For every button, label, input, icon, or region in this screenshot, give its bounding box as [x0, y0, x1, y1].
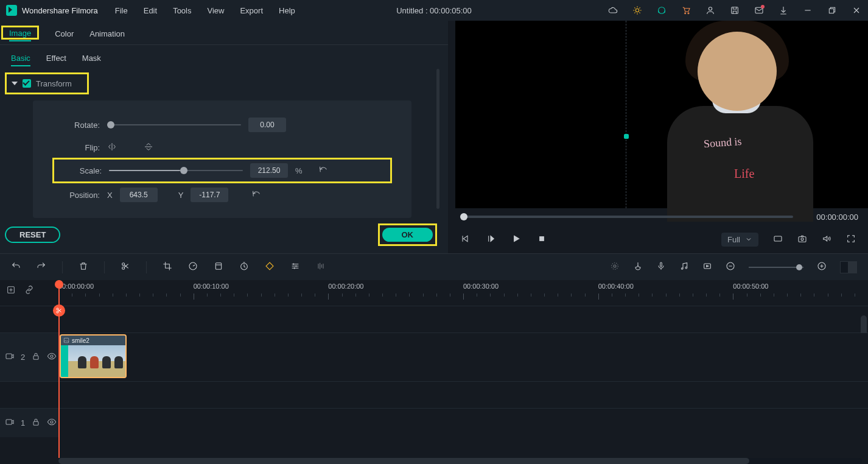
download-icon[interactable]: [778, 5, 789, 16]
scale-value[interactable]: 212.50: [250, 163, 288, 178]
panel-scrollbar[interactable]: [436, 69, 439, 209]
audio-mix-icon[interactable]: [316, 261, 326, 273]
highlight-box: Scale: 212.50 %: [52, 158, 392, 183]
track-label: 2: [21, 353, 25, 362]
audio-sync-icon[interactable]: [679, 261, 689, 273]
clip-effect-badge: [61, 345, 68, 378]
tab-color[interactable]: Color: [55, 27, 74, 41]
color-match-icon[interactable]: [214, 261, 223, 273]
transform-checkbox[interactable]: [23, 79, 31, 88]
tab-mask[interactable]: Mask: [82, 51, 101, 66]
stop-icon[interactable]: [537, 234, 547, 245]
window-restore-icon[interactable]: [827, 5, 838, 16]
tab-animation[interactable]: Animation: [89, 27, 125, 41]
menu-view[interactable]: View: [207, 6, 224, 15]
ok-button[interactable]: OK: [382, 228, 433, 242]
keyframe-icon[interactable]: [265, 261, 275, 273]
redo-icon[interactable]: [37, 261, 46, 273]
position-label: Position:: [57, 191, 100, 200]
preview-canvas[interactable]: Sound is Life: [455, 21, 868, 208]
adjust-icon[interactable]: [290, 261, 300, 273]
zoom-slider[interactable]: [749, 267, 803, 268]
track-lock-icon[interactable]: [31, 417, 41, 429]
flip-vertical-icon[interactable]: [144, 142, 153, 153]
position-x-value[interactable]: 643.5: [120, 188, 158, 202]
playhead[interactable]: [58, 280, 60, 458]
ruler-label: 00:00:10:00: [194, 283, 229, 290]
tab-basic[interactable]: Basic: [11, 51, 30, 66]
menu-help[interactable]: Help: [279, 6, 295, 15]
track-visibility-icon[interactable]: [47, 417, 57, 429]
menu-tools[interactable]: Tools: [173, 6, 191, 15]
playhead-split-icon[interactable]: [53, 304, 65, 317]
svg-point-4: [709, 7, 712, 10]
scale-slider[interactable]: [109, 170, 243, 171]
add-track-icon[interactable]: [6, 285, 16, 297]
speed-icon[interactable]: [188, 261, 198, 273]
duration-icon[interactable]: [239, 261, 249, 273]
scale-unit: %: [295, 166, 311, 175]
idea-icon[interactable]: [632, 5, 643, 16]
preview-scrubber[interactable]: [460, 216, 793, 218]
svg-point-2: [685, 13, 686, 14]
rotate-slider[interactable]: [107, 124, 241, 125]
track-lock-icon[interactable]: [31, 351, 41, 363]
svg-rect-10: [799, 236, 806, 242]
track-lane[interactable]: [58, 409, 868, 437]
message-icon[interactable]: [754, 5, 765, 16]
play-icon[interactable]: [511, 234, 521, 245]
marker-gear-icon[interactable]: [610, 261, 620, 273]
split-icon[interactable]: [121, 261, 130, 273]
zoom-out-icon[interactable]: [726, 261, 735, 273]
timeline-clip[interactable]: smile2: [60, 334, 127, 378]
track-visibility-icon[interactable]: [47, 351, 57, 363]
marker-icon[interactable]: [633, 261, 643, 273]
rotate-value[interactable]: 0.00: [248, 118, 286, 132]
window-close-icon[interactable]: [851, 5, 862, 16]
account-icon[interactable]: [705, 5, 716, 16]
playback-controls: Full: [448, 225, 868, 253]
reset-button[interactable]: RESET: [5, 227, 60, 243]
timeline-view-toggle[interactable]: [840, 261, 857, 273]
preview-subject: Sound is Life: [661, 21, 825, 208]
svg-rect-28: [6, 354, 12, 359]
preview-quality-icon[interactable]: [773, 234, 783, 245]
render-icon[interactable]: [702, 261, 712, 273]
step-back-icon[interactable]: [460, 234, 470, 245]
scale-reset-icon[interactable]: [318, 165, 328, 177]
window-minimize-icon[interactable]: [802, 5, 813, 16]
menu-export[interactable]: Export: [240, 6, 263, 15]
timeline-horizontal-scrollbar[interactable]: [58, 458, 862, 464]
flip-horizontal-icon[interactable]: [107, 142, 117, 153]
video-track-1: 1: [0, 408, 868, 437]
menu-edit[interactable]: Edit: [144, 6, 157, 15]
voiceover-icon[interactable]: [656, 261, 666, 273]
tab-image[interactable]: Image: [9, 26, 31, 41]
zoom-in-icon[interactable]: [817, 261, 827, 273]
svg-rect-6: [755, 7, 763, 13]
preview-view-select[interactable]: Full: [721, 233, 758, 247]
track-lane[interactable]: smile2: [58, 333, 868, 381]
support-icon[interactable]: [656, 5, 667, 16]
undo-icon[interactable]: [11, 261, 21, 273]
save-icon[interactable]: [729, 5, 740, 16]
time-ruler[interactable]: 00:00:00:0000:00:10:0000:00:20:0000:00:3…: [58, 280, 868, 306]
snapshot-icon[interactable]: [797, 234, 807, 245]
fullscreen-icon[interactable]: [846, 234, 856, 245]
position-reset-icon[interactable]: [251, 189, 261, 201]
tab-effect[interactable]: Effect: [46, 51, 66, 66]
transform-section-header[interactable]: Transform: [5, 72, 89, 94]
position-y-value[interactable]: -117.7: [191, 188, 228, 202]
menu-file[interactable]: File: [115, 6, 128, 15]
play-pause-icon[interactable]: [486, 234, 495, 245]
crop-icon[interactable]: [163, 261, 172, 273]
track-link-icon[interactable]: [24, 285, 34, 297]
delete-icon[interactable]: [79, 261, 88, 273]
cart-icon[interactable]: [681, 5, 691, 16]
anchor-icon[interactable]: [624, 134, 629, 139]
cloud-icon[interactable]: [607, 5, 618, 16]
svg-point-34: [51, 421, 53, 423]
volume-icon[interactable]: [822, 234, 831, 245]
ruler-label: 00:00:20:00: [328, 283, 363, 290]
flip-label: Flip:: [57, 143, 100, 152]
